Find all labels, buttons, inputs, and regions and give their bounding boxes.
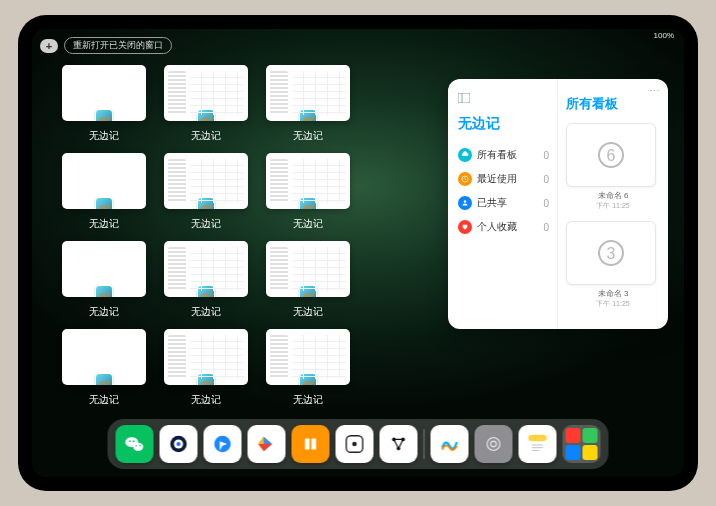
dock-app-dice[interactable] [336, 425, 374, 463]
window-thumbnail [164, 241, 248, 297]
window-thumbnail [164, 329, 248, 385]
svg-rect-0 [458, 93, 470, 103]
app-switcher-grid: 无边记无边记无边记无边记无边记无边记无边记无边记无边记无边记无边记无边记 [62, 65, 442, 417]
nav-label: 最近使用 [477, 172, 517, 186]
nav-label: 已共享 [477, 196, 507, 210]
window-label: 无边记 [293, 217, 323, 231]
app-window[interactable]: 无边记 [164, 329, 248, 407]
ipad-frame: 100% + 重新打开已关闭的窗口 无边记无边记无边记无边记无边记无边记无边记无… [18, 15, 698, 491]
window-thumbnail [62, 65, 146, 121]
nav-label: 所有看板 [477, 148, 517, 162]
freeform-app-icon [95, 109, 113, 121]
nav-item-heart[interactable]: 个人收藏0 [458, 215, 549, 239]
window-thumbnail [62, 241, 146, 297]
svg-point-10 [129, 440, 131, 442]
window-thumbnail [62, 329, 146, 385]
dock-app-books[interactable] [292, 425, 330, 463]
freeform-app-icon [197, 197, 215, 209]
more-options-icon[interactable]: ⋯ [649, 85, 660, 98]
nav-count: 0 [543, 150, 549, 161]
window-label: 无边记 [89, 129, 119, 143]
window-thumbnail [164, 65, 248, 121]
board-thumbnail: 6 [566, 123, 656, 187]
dock-app-play-video[interactable] [248, 425, 286, 463]
screen: 100% + 重新打开已关闭的窗口 无边记无边记无边记无边记无边记无边记无边记无… [32, 29, 684, 477]
status-bar: 100% [654, 31, 674, 40]
window-label: 无边记 [293, 129, 323, 143]
svg-rect-30 [528, 435, 546, 441]
panel-sidebar: 无边记 所有看板0最近使用0已共享0个人收藏0 [448, 79, 558, 329]
sidebar-toggle-icon[interactable] [458, 89, 470, 107]
reopen-closed-window-button[interactable]: 重新打开已关闭的窗口 [64, 37, 172, 54]
app-window[interactable]: 无边记 [266, 153, 350, 231]
dock [108, 419, 609, 469]
window-label: 无边记 [89, 393, 119, 407]
svg-point-13 [139, 445, 140, 446]
board-item[interactable]: 3未命名 3下午 11:25 [566, 221, 660, 309]
window-label: 无边记 [191, 129, 221, 143]
freeform-app-icon [197, 109, 215, 121]
window-thumbnail [62, 153, 146, 209]
window-label: 无边记 [89, 305, 119, 319]
heart-icon [458, 220, 472, 234]
freeform-app-icon [299, 373, 317, 385]
dock-app-freeform[interactable] [431, 425, 469, 463]
window-thumbnail [164, 153, 248, 209]
panel-section-title: 所有看板 [566, 95, 660, 113]
svg-point-9 [133, 443, 143, 451]
board-item[interactable]: 6未命名 6下午 11:25 [566, 123, 660, 211]
new-window-button[interactable]: + [40, 39, 58, 53]
battery-text: 100% [654, 31, 674, 40]
svg-text:3: 3 [607, 245, 616, 262]
dock-app-wechat[interactable] [116, 425, 154, 463]
recent-icon [458, 172, 472, 186]
board-meta: 未命名 3下午 11:25 [566, 288, 660, 309]
nav-count: 0 [543, 198, 549, 209]
window-thumbnail [266, 241, 350, 297]
dock-app-iqiyi[interactable] [160, 425, 198, 463]
nav-label: 个人收藏 [477, 220, 517, 234]
board-thumbnail: 3 [566, 221, 656, 285]
svg-point-3 [464, 200, 467, 203]
freeform-app-icon [95, 197, 113, 209]
nav-item-recent[interactable]: 最近使用0 [458, 167, 549, 191]
freeform-preview-panel: 无边记 所有看板0最近使用0已共享0个人收藏0 ⋯ 所有看板 6未命名 6下午 … [448, 79, 668, 329]
dock-app-browser[interactable] [204, 425, 242, 463]
app-window[interactable]: 无边记 [62, 241, 146, 319]
nav-count: 0 [543, 174, 549, 185]
window-thumbnail [266, 65, 350, 121]
top-bar: + 重新打开已关闭的窗口 [40, 37, 172, 54]
svg-rect-18 [301, 435, 319, 453]
app-window[interactable]: 无边记 [164, 241, 248, 319]
dock-recent-apps-group[interactable] [563, 425, 601, 463]
cloud-icon [458, 148, 472, 162]
freeform-app-icon [299, 285, 317, 297]
freeform-app-icon [299, 109, 317, 121]
window-thumbnail [266, 153, 350, 209]
dock-app-settings[interactable] [475, 425, 513, 463]
window-label: 无边记 [191, 217, 221, 231]
app-window[interactable]: 无边记 [164, 153, 248, 231]
freeform-app-icon [197, 373, 215, 385]
window-label: 无边记 [89, 217, 119, 231]
window-label: 无边记 [191, 393, 221, 407]
dock-app-nodes[interactable] [380, 425, 418, 463]
app-window[interactable]: 无边记 [266, 241, 350, 319]
dock-app-notes[interactable] [519, 425, 557, 463]
nav-item-shared[interactable]: 已共享0 [458, 191, 549, 215]
window-label: 无边记 [191, 305, 221, 319]
app-window[interactable]: 无边记 [164, 65, 248, 143]
nav-count: 0 [543, 222, 549, 233]
panel-app-title: 无边记 [458, 115, 549, 133]
app-window[interactable]: 无边记 [266, 329, 350, 407]
window-label: 无边记 [293, 305, 323, 319]
nav-item-cloud[interactable]: 所有看板0 [458, 143, 549, 167]
window-label: 无边记 [293, 393, 323, 407]
app-window[interactable]: 无边记 [62, 65, 146, 143]
app-window[interactable]: 无边记 [62, 329, 146, 407]
dock-separator [424, 429, 425, 459]
svg-point-16 [176, 442, 180, 446]
app-window[interactable]: 无边记 [62, 153, 146, 231]
svg-point-20 [352, 442, 357, 447]
app-window[interactable]: 无边记 [266, 65, 350, 143]
